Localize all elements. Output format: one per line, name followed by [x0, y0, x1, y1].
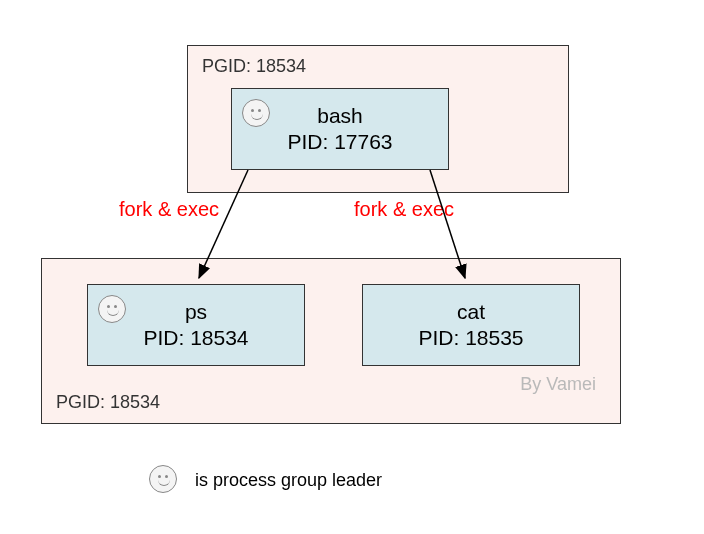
- leader-icon: [149, 465, 177, 493]
- process-cat-pid: PID: 18535: [363, 325, 579, 351]
- process-bash-name: bash: [232, 103, 448, 129]
- top-process-group: PGID: 18534 bash PID: 17763: [187, 45, 569, 193]
- process-ps: ps PID: 18534: [87, 284, 305, 366]
- top-pgid-label: PGID: 18534: [202, 56, 306, 77]
- fork-exec-right-label: fork & exec: [354, 198, 454, 221]
- legend-text: is process group leader: [195, 470, 382, 491]
- process-bash: bash PID: 17763: [231, 88, 449, 170]
- process-cat-name: cat: [363, 299, 579, 325]
- fork-exec-left-label: fork & exec: [119, 198, 219, 221]
- process-ps-name: ps: [88, 299, 304, 325]
- process-cat: cat PID: 18535: [362, 284, 580, 366]
- watermark: By Vamei: [520, 374, 596, 395]
- bottom-pgid-label: PGID: 18534: [56, 392, 160, 413]
- bottom-process-group: PGID: 18534 ps PID: 18534 cat PID: 18535…: [41, 258, 621, 424]
- process-bash-pid: PID: 17763: [232, 129, 448, 155]
- process-ps-pid: PID: 18534: [88, 325, 304, 351]
